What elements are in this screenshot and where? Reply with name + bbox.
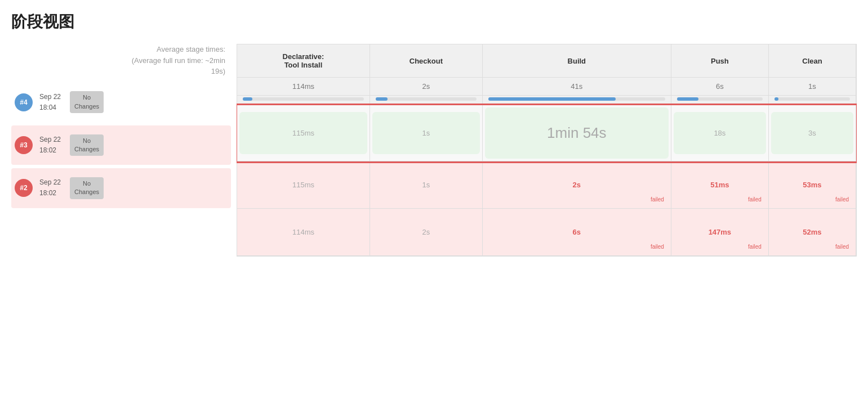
data-cell-2: 2sfailed [483, 161, 671, 209]
build-row[interactable]: #3Sep 2218:02No Changes [11, 125, 231, 165]
data-cell-0: 115ms [237, 161, 370, 209]
failed-time: 6s [573, 228, 581, 236]
cell-inner: 1s [372, 112, 480, 154]
failed-time: 52ms [803, 228, 821, 236]
column-header-build: Build [483, 44, 671, 78]
failed-time: 51ms [710, 181, 729, 189]
bar-row [237, 96, 856, 105]
build-info: Sep 2218:04 [37, 87, 63, 118]
failed-label: failed [835, 244, 849, 250]
cell-inner: 53msfailed [771, 164, 853, 206]
column-header-checkout: Checkout [370, 44, 483, 78]
bar-cell-build [483, 96, 671, 105]
data-cell-4: 3s [769, 105, 856, 161]
cell-inner: 115ms [237, 164, 370, 206]
bar-cell-push [671, 96, 769, 105]
cell-inner: 6sfailed [485, 211, 669, 253]
data-cell-0: 115ms [237, 105, 370, 161]
build-row[interactable]: #4Sep 2218:04No Changes [11, 83, 231, 122]
data-cell-4: 52msfailed [769, 209, 856, 256]
cell-inner: 2s [370, 211, 482, 253]
avg-cell-tool_install: 114ms [237, 78, 370, 96]
avg-cell-clean: 1s [769, 78, 856, 96]
page-title: 阶段视图 [11, 11, 857, 33]
avg-line3: 19s) [211, 67, 225, 75]
data-row: 115ms1s1min 54s18s3s [237, 105, 856, 161]
data-cell-0: 114ms [237, 209, 370, 256]
data-cell-3: 18s [671, 105, 769, 161]
build-tag: No Changes [70, 134, 104, 156]
failed-label: failed [651, 196, 664, 203]
stage-table: Declarative: Tool InstallCheckoutBuildPu… [237, 44, 857, 257]
right-panel: Declarative: Tool InstallCheckoutBuildPu… [237, 44, 857, 257]
failed-time: 147ms [709, 228, 731, 236]
bar-cell-checkout [370, 96, 483, 105]
failed-time: 2s [573, 181, 581, 189]
avg-cell-build: 41s [483, 78, 671, 96]
data-cell-2: 6sfailed [483, 209, 671, 256]
data-cell-2: 1min 54s [483, 105, 671, 161]
data-cell-3: 51msfailed [671, 161, 769, 209]
build-row[interactable]: #2Sep 2218:02No Changes [11, 168, 231, 208]
data-cell-3: 147msfailed [671, 209, 769, 256]
cell-inner: 2sfailed [485, 164, 669, 206]
build-badge: #2 [15, 179, 33, 197]
avg-cell-checkout: 2s [370, 78, 483, 96]
build-info: Sep 2218:02 [37, 173, 63, 203]
cell-inner: 18s [674, 112, 766, 154]
data-cell-1: 2s [370, 209, 483, 256]
bar-cell-tool_install [237, 96, 370, 105]
cell-inner: 147msfailed [674, 211, 766, 253]
avg-line2: (Average full run time: ~2min [132, 56, 225, 65]
failed-label: failed [835, 196, 849, 203]
build-badge: #3 [15, 136, 33, 154]
avg-times-row: 114ms2s41s6s1s [237, 78, 856, 96]
cell-inner: 114ms [237, 211, 370, 253]
cell-inner: 1s [370, 164, 482, 206]
build-tag: No Changes [70, 177, 104, 199]
failed-time: 53ms [803, 181, 821, 189]
avg-info: Average stage times: (Average full run t… [11, 44, 231, 77]
main-container: Average stage times: (Average full run t… [11, 44, 857, 257]
avg-line1: Average stage times: [157, 45, 225, 53]
cell-inner: 51msfailed [674, 164, 766, 206]
build-rows: #4Sep 2218:04No Changes#3Sep 2218:02No C… [11, 83, 231, 208]
cell-inner: 52msfailed [771, 211, 853, 253]
data-cell-1: 1s [370, 161, 483, 209]
data-cell-4: 53msfailed [769, 161, 856, 209]
cell-inner: 115ms [239, 112, 367, 154]
failed-label: failed [748, 244, 762, 250]
column-header-push: Push [671, 44, 769, 78]
left-panel: Average stage times: (Average full run t… [11, 44, 237, 212]
failed-label: failed [748, 196, 762, 203]
column-header-tool_install: Declarative: Tool Install [237, 44, 370, 78]
cell-inner: 1min 54s [485, 107, 669, 159]
build-tag: No Changes [70, 91, 104, 113]
column-header-clean: Clean [769, 44, 856, 78]
data-row: 115ms1s2sfailed51msfailed53msfailed [237, 161, 856, 209]
table-header-row: Declarative: Tool InstallCheckoutBuildPu… [237, 44, 856, 78]
avg-cell-push: 6s [671, 78, 769, 96]
failed-label: failed [651, 244, 664, 250]
data-row: 114ms2s6sfailed147msfailed52msfailed [237, 209, 856, 256]
cell-inner: 3s [771, 112, 853, 154]
build-info: Sep 2218:02 [37, 130, 63, 160]
build-badge: #4 [15, 93, 33, 111]
data-cell-1: 1s [370, 105, 483, 161]
bar-cell-clean [769, 96, 856, 105]
